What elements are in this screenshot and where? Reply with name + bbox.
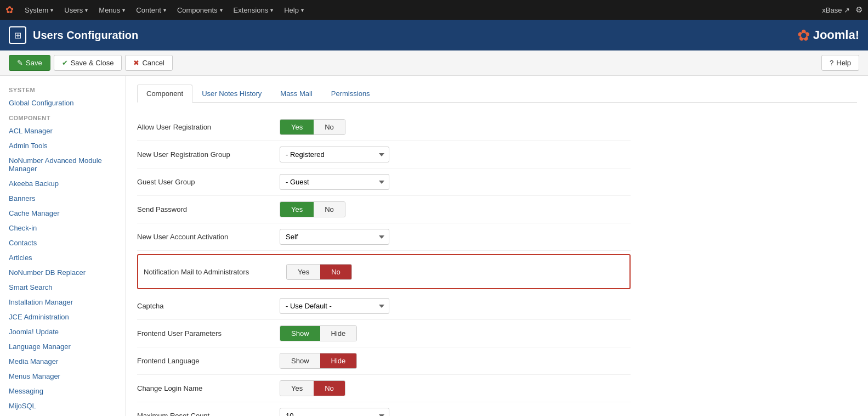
label-guest-user-group: Guest User Group — [137, 178, 280, 186]
control-account-activation: None Self Admin — [280, 229, 389, 245]
select-max-reset-count[interactable]: 1234 5678 910 — [280, 408, 389, 416]
sidebar-item-joomla-update[interactable]: Joomla! Update — [0, 324, 126, 339]
nav-menus[interactable]: Menus ▾ — [93, 0, 131, 20]
select-guest-group[interactable]: - Guest Public Registered — [280, 174, 389, 190]
chevron-down-icon: ▾ — [220, 7, 223, 13]
label-send-password: Send Password — [137, 205, 280, 213]
toggle-show-frontend-language[interactable]: Show — [280, 353, 320, 368]
xbase-link[interactable]: xBase ↗ — [822, 6, 850, 14]
control-captcha: - Use Default - None — [280, 298, 389, 314]
nav-components[interactable]: Components ▾ — [172, 0, 228, 20]
sidebar-item-smart-search[interactable]: Smart Search — [0, 280, 126, 295]
label-allow-user-registration: Allow User Registration — [137, 123, 280, 131]
nav-content[interactable]: Content ▾ — [131, 0, 172, 20]
field-frontend-user-params: Frontend User Parameters Show Hide — [137, 320, 631, 347]
toggle-frontend-language: Show Hide — [280, 353, 357, 369]
toggle-frontend-user-params: Show Hide — [280, 325, 357, 341]
field-notification-mail-highlighted: Notification Mail to Administrators Yes … — [137, 254, 631, 289]
sidebar-item-admin-tools[interactable]: Admin Tools — [0, 138, 126, 153]
main-content: Component User Notes History Mass Mail P… — [126, 76, 868, 416]
toggle-yes-send-password[interactable]: Yes — [280, 202, 314, 217]
toolbar: ✎ Save ✔ Save & Close ✖ Cancel ? Help — [0, 50, 868, 76]
control-new-user-registration-group: - Registered Administrator Super Users — [280, 147, 389, 162]
select-registration-group[interactable]: - Registered Administrator Super Users — [280, 147, 389, 162]
content-wrapper: SYSTEM Global Configuration COMPONENT AC… — [0, 76, 868, 416]
sidebar-item-jce-administration[interactable]: JCE Administration — [0, 310, 126, 324]
chevron-down-icon: ▾ — [301, 7, 304, 13]
sidebar-item-language-manager[interactable]: Language Manager — [0, 339, 126, 354]
help-icon: ? — [830, 59, 833, 67]
field-notification-mail: Notification Mail to Administrators Yes … — [144, 260, 624, 284]
tab-mass-mail[interactable]: Mass Mail — [271, 85, 322, 103]
sidebar-item-global-config[interactable]: Global Configuration — [0, 95, 126, 110]
label-frontend-user-params: Frontend User Parameters — [137, 329, 280, 338]
nav-users[interactable]: Users ▾ — [59, 0, 93, 20]
sidebar-item-nonumber-db-replacer[interactable]: NoNumber DB Replacer — [0, 265, 126, 280]
field-account-activation: New User Account Activation None Self Ad… — [137, 223, 631, 251]
toggle-no-send-password[interactable]: No — [314, 202, 345, 217]
label-change-login-name: Change Login Name — [137, 384, 280, 392]
tab-user-notes-history[interactable]: User Notes History — [192, 85, 271, 103]
sidebar-item-mijosql[interactable]: MijoSQL — [0, 398, 126, 413]
joomla-logo: ✿ Joomla! — [797, 26, 859, 44]
toggle-no-notification-mail[interactable]: No — [320, 265, 351, 279]
field-change-login-name: Change Login Name Yes No — [137, 375, 631, 402]
sidebar-item-check-in[interactable]: Check-in — [0, 221, 126, 235]
label-max-reset-count: Maximum Reset Count — [137, 412, 280, 416]
label-new-user-registration-group: New User Registration Group — [137, 150, 280, 159]
cancel-button[interactable]: ✖ Cancel — [125, 55, 172, 71]
toggle-send-password: Yes No — [280, 201, 345, 217]
field-new-user-registration-group: New User Registration Group - Registered… — [137, 141, 631, 168]
field-send-password: Send Password Yes No — [137, 196, 631, 223]
toggle-yes-notification-mail[interactable]: Yes — [287, 265, 320, 279]
nav-extensions[interactable]: Extensions ▾ — [228, 0, 279, 20]
toggle-hide-frontend-params[interactable]: Hide — [320, 326, 357, 341]
sidebar-item-installation-manager[interactable]: Installation Manager — [0, 295, 126, 310]
label-captcha: Captcha — [137, 302, 280, 310]
sidebar-item-articles[interactable]: Articles — [0, 250, 126, 265]
sidebar-item-nonumber-advanced[interactable]: NoNumber Advanced Module Manager — [0, 153, 126, 176]
field-captcha: Captcha - Use Default - None — [137, 293, 631, 320]
save-close-button[interactable]: ✔ Save & Close — [54, 55, 122, 71]
joomla-small-logo: ✿ — [5, 4, 14, 16]
topbar-left: ✿ System ▾ Users ▾ Menus ▾ Content ▾ Com… — [5, 0, 309, 20]
nav-help[interactable]: Help ▾ — [279, 0, 309, 20]
sidebar-item-cache-manager[interactable]: Cache Manager — [0, 206, 126, 221]
chevron-down-icon: ▾ — [122, 7, 125, 13]
toggle-notification-mail: Yes No — [286, 264, 352, 280]
nav-system[interactable]: System ▾ — [19, 0, 59, 20]
chevron-down-icon: ▾ — [50, 7, 53, 13]
cancel-icon: ✖ — [133, 59, 139, 67]
toggle-yes-allow-registration[interactable]: Yes — [280, 120, 314, 134]
tabs: Component User Notes History Mass Mail P… — [137, 85, 857, 103]
toggle-no-change-login[interactable]: No — [314, 381, 345, 396]
topbar-nav: System ▾ Users ▾ Menus ▾ Content ▾ Compo… — [19, 0, 309, 20]
toggle-hide-frontend-language[interactable]: Hide — [320, 353, 357, 368]
help-button[interactable]: ? Help — [821, 55, 859, 71]
select-account-activation[interactable]: None Self Admin — [280, 229, 389, 245]
sidebar-item-contacts[interactable]: Contacts — [0, 235, 126, 250]
control-allow-user-registration: Yes No — [280, 119, 345, 135]
sidebar-item-messaging[interactable]: Messaging — [0, 384, 126, 398]
toggle-no-allow-registration[interactable]: No — [314, 120, 345, 134]
toggle-show-frontend-params[interactable]: Show — [280, 326, 320, 341]
sidebar-item-media-manager[interactable]: Media Manager — [0, 354, 126, 369]
toggle-yes-change-login[interactable]: Yes — [280, 381, 314, 396]
save-button[interactable]: ✎ Save — [9, 55, 50, 71]
sidebar-item-menus-manager[interactable]: Menus Manager — [0, 369, 126, 384]
header-bar: ⊞ Users Configuration ✿ Joomla! — [0, 20, 868, 50]
topbar-right: xBase ↗ ⚙ — [822, 5, 863, 15]
tab-component[interactable]: Component — [137, 85, 192, 103]
sidebar-item-banners[interactable]: Banners — [0, 191, 126, 206]
sidebar-item-module-manager[interactable]: Module Manager — [0, 413, 126, 416]
sidebar-item-akeeba-backup[interactable]: Akeeba Backup — [0, 176, 126, 191]
chevron-down-icon: ▾ — [85, 7, 88, 13]
save-close-icon: ✔ — [62, 59, 68, 67]
sidebar-item-acl-manager[interactable]: ACL Manager — [0, 123, 126, 138]
gear-icon[interactable]: ⚙ — [855, 5, 863, 15]
select-captcha[interactable]: - Use Default - None — [280, 298, 389, 314]
toolbar-buttons: ✎ Save ✔ Save & Close ✖ Cancel — [9, 55, 173, 71]
chevron-down-icon: ▾ — [270, 7, 273, 13]
control-notification-mail: Yes No — [286, 264, 352, 280]
tab-permissions[interactable]: Permissions — [322, 85, 379, 103]
